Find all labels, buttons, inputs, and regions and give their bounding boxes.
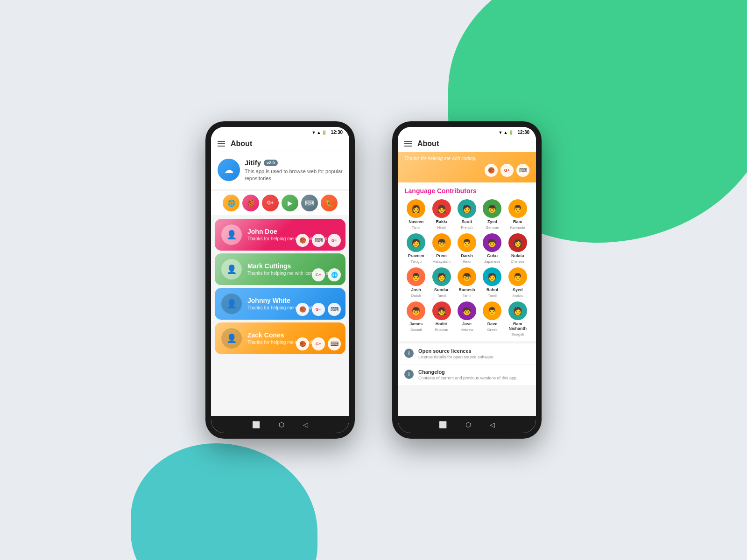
card-social-zack: 🏀 G+ ⌨: [296, 337, 341, 350]
lang-person-goku[interactable]: 🧒 Goku Japanese: [480, 233, 504, 264]
lang-avatar-rahul: 🧑: [483, 267, 501, 286]
nav-home-circle[interactable]: ⬡: [279, 421, 284, 428]
github-button[interactable]: ⌨: [301, 195, 318, 211]
phone2-wifi-icon: ▼: [499, 130, 503, 135]
lang-person-josh[interactable]: 👨 Josh Dutch: [404, 267, 428, 298]
lang-person-rakki[interactable]: 👧 Rakki Hindi: [430, 199, 453, 230]
lang-name-rakki: Rakki: [436, 219, 447, 224]
card-dribbble-zack[interactable]: 🏀: [296, 337, 309, 350]
lang-avatar-syed: 👨: [508, 267, 527, 286]
info-title-licenses: Open source licences: [418, 348, 529, 354]
card-dribbble-johnny[interactable]: 🏀: [296, 303, 309, 316]
lang-person-darsh[interactable]: 👨 Darsh Hindi: [455, 233, 479, 264]
lang-name-scott: Scott: [462, 219, 472, 224]
lang-avatar-scott: 🧑: [458, 199, 476, 218]
lang-person-james[interactable]: 👦 James Somali: [404, 301, 428, 336]
phone2-nav-back-square[interactable]: ⬜: [439, 421, 447, 428]
lang-name-jase: Jase: [462, 322, 472, 326]
lang-lang-james: Somali: [410, 328, 422, 332]
lang-person-jase[interactable]: 🧒 Jase Hebrew: [455, 301, 479, 336]
partial-github-btn[interactable]: ⌨: [516, 164, 529, 177]
lang-name-goku: Goku: [487, 253, 498, 258]
card-github-johnny[interactable]: ⌨: [328, 303, 341, 316]
lang-person-sundar[interactable]: 🧑 Sundar Tamil: [430, 267, 453, 298]
lang-person-rahul[interactable]: 🧑 Rahul Tamil: [480, 267, 504, 298]
phone2-status-time: 12:30: [517, 130, 529, 135]
lang-lang-prem: Malayalam: [432, 259, 451, 264]
phones-container: ▼ ▲ 🔋 12:30 About ☁: [205, 121, 542, 439]
card-github-zack[interactable]: ⌨: [328, 337, 341, 350]
lang-avatar-nokita: 👩: [508, 233, 527, 252]
contrib-avatar-mark: 👤: [221, 259, 242, 280]
phone-2-toolbar: About: [398, 136, 536, 152]
lang-name-sundar: Sundar: [434, 287, 449, 292]
lang-avatar-darsh: 👨: [458, 233, 476, 252]
lang-avatar-naveen: 👩: [407, 199, 425, 218]
lang-name-hadiri: Hadiri: [436, 322, 448, 326]
lang-person-ram-nishanth[interactable]: 🧑 Ram Nishanth Bengali: [506, 301, 529, 336]
lang-lang-syed: Arabic: [512, 294, 523, 298]
lang-person-syed[interactable]: 👨 Syed Arabic: [506, 267, 529, 298]
gplus-button[interactable]: G+: [262, 195, 279, 211]
toolbar-title: About: [231, 140, 252, 148]
hamburger-menu[interactable]: [218, 141, 225, 147]
lang-person-prem[interactable]: 👦 Prem Malayalam: [430, 233, 453, 264]
info-text-licenses: Open source licences License details for…: [418, 348, 529, 359]
phone-1-screen: ▼ ▲ 🔋 12:30 About ☁: [211, 127, 349, 433]
contrib-avatar-john: 👤: [221, 224, 242, 245]
lang-lang-scott: French: [461, 225, 473, 230]
info-row-changelog[interactable]: i Changelog Contains of current and prev…: [398, 364, 536, 385]
lang-lang-praveen: Telugu: [410, 259, 422, 264]
lang-name-praveen: Praveen: [408, 253, 424, 258]
nav-recent[interactable]: ◁: [303, 421, 308, 428]
partial-gplus-btn[interactable]: G+: [500, 164, 514, 177]
arrow-button[interactable]: ▶: [282, 195, 298, 211]
signal-icon: ▲: [317, 130, 321, 135]
social-bar: 🌐 🏀 G+ ▶ ⌨ 🐛: [211, 191, 349, 215]
lang-lang-rahul: Tamil: [488, 294, 497, 298]
lang-person-ram[interactable]: 👨 Ram Kannada: [506, 199, 529, 230]
bug-button[interactable]: 🐛: [321, 195, 338, 211]
card-github-john[interactable]: ⌨: [312, 234, 325, 247]
phone-2-content: Thanks for helping me with coding. 🏀 G+ …: [398, 152, 536, 416]
partial-orange-card: Thanks for helping me with coding. 🏀 G+ …: [398, 152, 536, 182]
info-subtitle-licenses: License details for open source software: [418, 355, 529, 359]
info-row-licenses[interactable]: i Open source licences License details f…: [398, 343, 536, 364]
card-gplus-johnny[interactable]: G+: [312, 303, 325, 316]
lang-person-ramesh[interactable]: 👦 Ramesh Tamil: [455, 267, 479, 298]
card-gplus-john[interactable]: G+: [328, 234, 341, 247]
lang-avatar-ramesh: 👦: [458, 267, 476, 286]
card-globe-mark[interactable]: 🌐: [328, 268, 341, 281]
lang-person-zyed[interactable]: 👦 Zyed German: [480, 199, 504, 230]
phone2-nav-recent[interactable]: ◁: [490, 421, 495, 428]
signal-icons: ▼ ▲ 🔋: [312, 130, 327, 135]
lang-person-dave[interactable]: 👨 Dave Greek: [480, 301, 504, 336]
lang-person-naveen[interactable]: 👩 Naveen Tamil: [404, 199, 428, 230]
lang-name-zyed: Zyed: [487, 219, 497, 224]
lang-avatar-josh: 👨: [407, 267, 425, 286]
app-name-row: Jitify v2.0: [245, 159, 343, 167]
nav-back-square[interactable]: ⬜: [252, 421, 260, 428]
lang-person-scott[interactable]: 🧑 Scott French: [455, 199, 479, 230]
cloud-icon: ☁: [224, 164, 233, 175]
lang-lang-ram: Kannada: [510, 225, 525, 230]
lang-name-ram: Ram: [513, 219, 522, 224]
lang-person-hadiri[interactable]: 👧 Hadiri Russian: [430, 301, 453, 336]
phone2-hamburger-menu[interactable]: [404, 141, 412, 147]
lang-avatar-dave: 👨: [483, 301, 501, 320]
card-dribbble-john[interactable]: 🏀: [296, 234, 309, 247]
lang-person-nokita[interactable]: 👩 Nokita Chinese: [506, 233, 529, 264]
phone-2-nav-bar: ⬜ ⬡ ◁: [398, 416, 536, 433]
lang-person-praveen[interactable]: 🧑 Praveen Telugu: [404, 233, 428, 264]
card-gplus-zack[interactable]: G+: [312, 337, 325, 350]
lang-lang-sundar: Tamil: [437, 294, 446, 298]
status-time: 12:30: [331, 130, 343, 135]
lang-lang-ramesh: Tamil: [463, 294, 472, 298]
partial-dribbble-btn[interactable]: 🏀: [485, 164, 498, 177]
contrib-card-zack: 👤 Zack Cones Thanks for helping me with …: [215, 322, 345, 354]
dribbble-button[interactable]: 🏀: [242, 195, 259, 211]
lang-lang-nokita: Chinese: [511, 259, 524, 264]
phone2-nav-home[interactable]: ⬡: [465, 421, 471, 428]
globe-button[interactable]: 🌐: [223, 195, 240, 211]
card-gplus-mark[interactable]: G+: [312, 268, 325, 281]
